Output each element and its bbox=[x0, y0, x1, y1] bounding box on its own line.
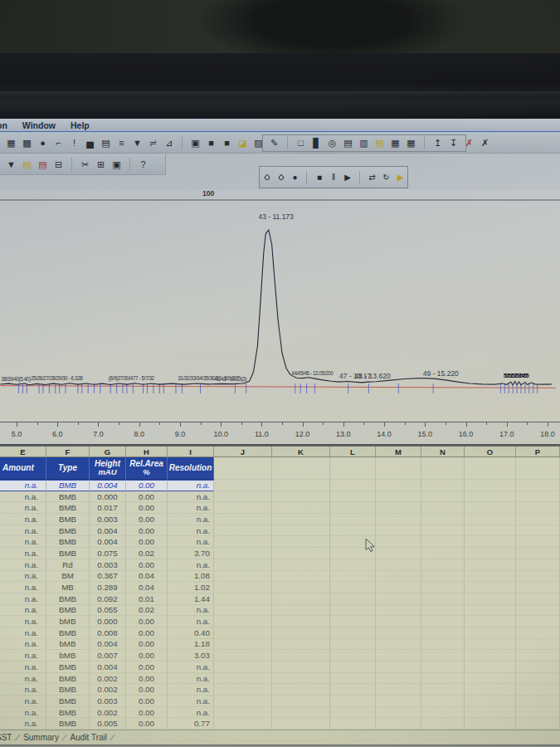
table-cell[interactable]: BMB bbox=[46, 593, 90, 605]
empty-cell[interactable] bbox=[272, 582, 330, 593]
empty-cell[interactable] bbox=[516, 582, 560, 593]
table-cell[interactable]: BMB bbox=[46, 627, 90, 639]
empty-cell[interactable] bbox=[376, 718, 421, 730]
table-cell[interactable]: 0.004 bbox=[90, 480, 126, 491]
table-cell[interactable]: n.a. bbox=[168, 696, 214, 707]
table-cell[interactable]: n.a. bbox=[0, 502, 46, 514]
empty-cell[interactable] bbox=[516, 616, 560, 627]
empty-cell[interactable] bbox=[421, 650, 465, 662]
empty-cell[interactable] bbox=[376, 548, 421, 559]
table-cell[interactable]: BMB bbox=[46, 707, 90, 719]
table-cell[interactable]: BMB bbox=[46, 673, 90, 685]
purge-drop-icon[interactable] bbox=[275, 171, 287, 184]
empty-cell[interactable] bbox=[465, 707, 516, 719]
empty-cell[interactable] bbox=[330, 650, 376, 662]
table-cell[interactable]: 0.00 bbox=[126, 525, 168, 537]
empty-cell[interactable] bbox=[516, 627, 560, 639]
empty-cell[interactable] bbox=[214, 684, 272, 696]
inject-drop-icon[interactable] bbox=[261, 171, 273, 184]
chromatogram-pane[interactable]: 43 - 11.17338/39/40(5.40)25/26/27/28/29/… bbox=[0, 189, 560, 422]
download-method-icon[interactable]: ↧ bbox=[446, 136, 460, 149]
empty-cell[interactable] bbox=[214, 536, 272, 548]
empty-cell[interactable] bbox=[516, 491, 560, 503]
table-cell[interactable]: 1.44 bbox=[168, 593, 214, 605]
table-cell[interactable]: 0.00 bbox=[126, 650, 168, 662]
empty-cell[interactable] bbox=[330, 514, 376, 525]
table-cell[interactable]: 0.003 bbox=[90, 514, 126, 525]
empty-cell[interactable] bbox=[272, 650, 330, 662]
table-cell[interactable]: 0.00 bbox=[126, 639, 168, 651]
table-cell[interactable]: 1.02 bbox=[168, 582, 214, 593]
empty-cell[interactable] bbox=[465, 684, 516, 696]
empty-cell[interactable] bbox=[214, 491, 272, 503]
empty-cell[interactable] bbox=[272, 696, 330, 707]
table-cell[interactable]: 0.000 bbox=[90, 616, 126, 627]
empty-cell[interactable] bbox=[330, 457, 376, 480]
table-cell[interactable]: BMB bbox=[46, 536, 90, 548]
table-cell[interactable]: MB bbox=[46, 582, 90, 593]
highlight-peak-icon[interactable]: ◪ bbox=[236, 136, 250, 149]
grid-view-icon[interactable]: ▦ bbox=[388, 136, 402, 149]
save-icon[interactable]: ▼ bbox=[4, 158, 18, 171]
empty-cell[interactable] bbox=[376, 525, 421, 537]
integration-icon[interactable]: ⊿ bbox=[162, 136, 176, 149]
empty-cell[interactable] bbox=[465, 548, 516, 559]
empty-cell[interactable] bbox=[214, 548, 272, 559]
table-cell[interactable]: n.a. bbox=[168, 536, 214, 548]
empty-cell[interactable] bbox=[465, 662, 516, 673]
table-cell[interactable]: n.a. bbox=[168, 707, 214, 719]
empty-cell[interactable] bbox=[421, 502, 465, 514]
empty-cell[interactable] bbox=[516, 662, 560, 673]
empty-cell[interactable] bbox=[421, 718, 465, 730]
empty-cell[interactable] bbox=[421, 491, 465, 503]
empty-cell[interactable] bbox=[272, 605, 330, 617]
empty-cell[interactable] bbox=[376, 673, 421, 685]
header-rel-area[interactable]: Rel.Area% bbox=[126, 457, 168, 480]
empty-cell[interactable] bbox=[272, 480, 330, 491]
empty-cell[interactable] bbox=[465, 639, 516, 651]
table-cell[interactable]: 0.000 bbox=[90, 491, 126, 503]
table-cell[interactable]: BMB bbox=[46, 548, 90, 559]
table-cell[interactable]: 0.00 bbox=[126, 480, 168, 491]
edit-pen-icon[interactable]: ✎ bbox=[267, 136, 281, 149]
table-view2-icon[interactable]: ▥ bbox=[357, 136, 371, 149]
empty-cell[interactable] bbox=[214, 616, 272, 627]
summary-table-icon[interactable]: ▤ bbox=[373, 136, 387, 149]
sheet-tab-sst[interactable]: SST bbox=[0, 733, 17, 742]
empty-cell[interactable] bbox=[376, 662, 421, 673]
header-height[interactable]: HeightmAU bbox=[90, 457, 126, 480]
empty-cell[interactable] bbox=[421, 582, 465, 593]
empty-cell[interactable] bbox=[376, 491, 421, 503]
table-cell[interactable]: 0.003 bbox=[90, 696, 126, 707]
empty-cell[interactable] bbox=[272, 593, 330, 605]
table-cell[interactable]: 0.01 bbox=[126, 593, 168, 605]
empty-cell[interactable] bbox=[465, 525, 516, 537]
table-cell[interactable]: n.a. bbox=[0, 480, 46, 491]
table-cell[interactable]: 0.00 bbox=[126, 559, 168, 571]
table-cell[interactable]: 0.289 bbox=[90, 582, 126, 593]
empty-cell[interactable] bbox=[421, 627, 465, 639]
empty-cell[interactable] bbox=[214, 571, 272, 583]
empty-cell[interactable] bbox=[465, 571, 516, 583]
context-help-icon[interactable]: ? bbox=[136, 158, 150, 171]
empty-cell[interactable] bbox=[516, 696, 560, 707]
empty-cell[interactable] bbox=[330, 718, 376, 730]
stop-icon[interactable]: ■ bbox=[313, 171, 325, 184]
axes-icon[interactable]: ⌐ bbox=[51, 136, 66, 149]
table-cell[interactable]: 0.004 bbox=[90, 662, 126, 673]
record-dot-icon[interactable]: ● bbox=[36, 136, 50, 149]
paste-icon[interactable]: ▣ bbox=[110, 158, 124, 171]
column-letter-o[interactable]: O bbox=[465, 447, 516, 457]
column-letter-h[interactable]: H bbox=[126, 447, 168, 457]
table-cell[interactable]: 1.18 bbox=[168, 639, 214, 651]
table-cell[interactable]: BMB bbox=[46, 684, 90, 696]
table-cell[interactable]: n.a. bbox=[0, 582, 46, 593]
empty-cell[interactable] bbox=[330, 639, 376, 651]
table-cell[interactable]: n.a. bbox=[0, 593, 46, 605]
table-cell[interactable]: 0.04 bbox=[126, 571, 168, 583]
cascade-windows-icon[interactable]: ▩ bbox=[20, 136, 34, 149]
empty-cell[interactable] bbox=[516, 684, 560, 696]
empty-cell[interactable] bbox=[214, 502, 272, 514]
table-cell[interactable]: 0.004 bbox=[90, 525, 126, 537]
empty-cell[interactable] bbox=[516, 707, 560, 719]
